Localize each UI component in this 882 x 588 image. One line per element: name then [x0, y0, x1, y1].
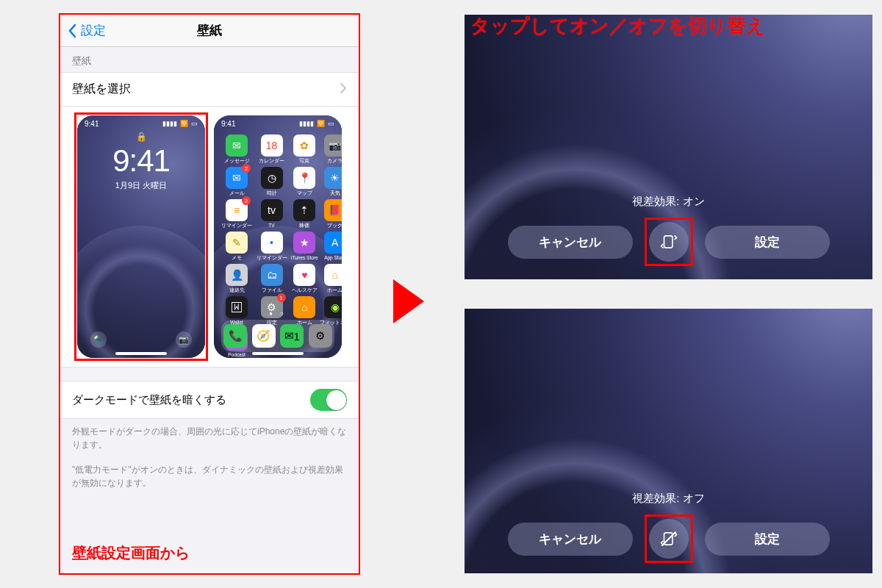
- set-button[interactable]: 設定: [705, 226, 830, 259]
- dark-mode-dim-switch[interactable]: [310, 389, 347, 411]
- app-icon: AApp Store: [320, 232, 342, 262]
- app-icon: ✉メッセージ: [221, 135, 252, 165]
- app-メッセージ: ✉: [226, 135, 248, 157]
- button-row: キャンセル 設定: [508, 222, 830, 262]
- camera-icon: 📷: [176, 331, 192, 348]
- footer-note-1: 外観モードがダークの場合、周囲の光に応じてiPhoneの壁紙が暗くなります。: [60, 419, 359, 457]
- app-icon: 🗂ファイル: [254, 264, 290, 295]
- battery-icon: ▭: [328, 120, 334, 127]
- app-label: 写真: [299, 158, 309, 165]
- choose-wallpaper-row[interactable]: 壁紙を選択: [60, 72, 359, 107]
- dock: 📞🧭✉1⚙: [221, 320, 334, 352]
- app-label: ブック: [327, 223, 342, 229]
- parallax-toggle-button[interactable]: [649, 222, 689, 262]
- cancel-button[interactable]: キャンセル: [508, 523, 633, 556]
- app-メモ: ✎: [226, 232, 248, 254]
- app-リマインダー: •: [261, 232, 283, 254]
- parallax-status-label: 視差効果: オフ: [632, 492, 704, 506]
- lock-screen-preview: 9:41 ▮▮▮▮ 🛜 ▭ 🔒 9:41 1月9日 火曜日 🔦 📷: [77, 115, 205, 358]
- lock-time: 9:41: [112, 143, 170, 179]
- lock-screen-preview-wrap[interactable]: 9:41 ▮▮▮▮ 🛜 ▭ 🔒 9:41 1月9日 火曜日 🔦 📷: [77, 115, 205, 358]
- section-header: 壁紙: [60, 47, 359, 72]
- app-label: リマインダー: [257, 255, 287, 262]
- app-ヘルスケア: ♥: [293, 264, 315, 286]
- preview-controls: 視差効果: オフ キャンセル 設定: [465, 309, 872, 573]
- app-icon: ★iTunes Store: [291, 232, 318, 262]
- app-icon: ◷時計: [254, 167, 290, 198]
- app-カレンダー: 18: [261, 135, 283, 157]
- app-ホーム: ⌂: [324, 264, 342, 286]
- dock-app: 🧭: [252, 324, 276, 348]
- lock-date: 1月9日 火曜日: [115, 180, 167, 191]
- app-icon: ☀天気: [320, 167, 342, 198]
- arrow-icon: [393, 279, 424, 323]
- footer-note-2: "低電力モード"がオンのときは、ダイナミックの壁紙および視差効果が無効になります…: [60, 457, 359, 495]
- app-label: TV: [268, 223, 274, 228]
- badge: 1: [277, 293, 286, 302]
- app-ファイル: 🗂: [261, 264, 283, 286]
- app-label: リマインダー: [221, 223, 252, 229]
- annotation-highlight: [645, 514, 693, 563]
- app-iTunes Store: ★: [293, 232, 315, 254]
- badge: 2: [242, 164, 251, 173]
- wallpaper-previews: 9:41 ▮▮▮▮ 🛜 ▭ 🔒 9:41 1月9日 火曜日 🔦 📷: [60, 107, 359, 368]
- app-label: Podcast: [228, 352, 245, 357]
- app-天気: ☀: [324, 167, 342, 189]
- status-right: ▮▮▮▮ 🛜 ▭: [299, 120, 334, 127]
- lock-icon: 🔒: [136, 132, 147, 142]
- app-label: メモ: [232, 255, 242, 262]
- app-label: 天気: [330, 190, 340, 197]
- app-マップ: 📍: [293, 167, 315, 189]
- app-icon: ✿写真: [291, 135, 318, 165]
- app-icon: ✉2メール: [221, 167, 252, 198]
- home-screen-preview: 9:41 ▮▮▮▮ 🛜 ▭ ✉メッセージ18カレンダー✿写真📷カメラ✉2メール◷…: [214, 115, 342, 358]
- app-label: ヘルスケア: [292, 287, 318, 294]
- page-dots: ● ○: [214, 310, 342, 317]
- home-indicator: [115, 352, 167, 355]
- cancel-button[interactable]: キャンセル: [508, 226, 633, 259]
- app-label: マップ: [297, 190, 312, 197]
- caption-left: 壁紙設定画面から: [72, 543, 190, 563]
- parallax-toggle-button[interactable]: [649, 519, 689, 559]
- app-icon: 📷カメラ: [320, 135, 342, 165]
- app-icon: ✎メモ: [221, 232, 252, 262]
- app-label: 連絡先: [229, 287, 245, 294]
- choose-wallpaper-label: 壁紙を選択: [72, 82, 131, 97]
- app-メール: ✉2: [226, 167, 248, 189]
- lock-content: 🔒 9:41 1月9日 火曜日: [77, 115, 205, 358]
- app-ブック: 📕: [324, 199, 342, 221]
- set-button[interactable]: 設定: [705, 523, 830, 556]
- app-icon: ♥ヘルスケア: [291, 264, 318, 295]
- button-row: キャンセル 設定: [508, 519, 830, 559]
- app-株価: ⇡: [293, 199, 315, 221]
- app-label: 株価: [299, 223, 309, 229]
- wifi-icon: 🛜: [317, 120, 325, 127]
- app-連絡先: 👤: [226, 264, 248, 286]
- parallax-preview-on: 視差効果: オン キャンセル 設定: [465, 15, 872, 279]
- app-icon: 18カレンダー: [254, 135, 290, 165]
- app-label: ファイル: [262, 287, 282, 294]
- nav-bar: 設定 壁紙: [60, 15, 359, 47]
- home-indicator: [252, 352, 304, 355]
- badge: 1: [294, 330, 300, 343]
- status-time: 9:41: [221, 120, 235, 128]
- app-icon: 📍マップ: [291, 167, 318, 198]
- dark-mode-dim-row: ダークモードで壁紙を暗くする: [60, 381, 359, 419]
- app-label: カメラ: [327, 158, 342, 165]
- badge: 2: [242, 196, 251, 205]
- wallpaper-settings-screen: 設定 壁紙 壁紙 壁紙を選択 9:41 ▮▮▮▮ 🛜 ▭ 🔒 9:: [59, 13, 360, 575]
- dock-app: 📞: [223, 324, 247, 348]
- nav-title: 壁紙: [60, 22, 359, 39]
- app-TV: tv: [261, 199, 283, 221]
- app-icon: 📕ブック: [320, 199, 342, 230]
- app-icon: ≡2リマインダー: [221, 199, 252, 230]
- app-写真: ✿: [293, 135, 315, 157]
- app-App Store: A: [324, 232, 342, 254]
- app-icon: tvTV: [254, 199, 290, 230]
- app-icon: •リマインダー: [254, 232, 290, 262]
- home-screen-preview-wrap[interactable]: 9:41 ▮▮▮▮ 🛜 ▭ ✉メッセージ18カレンダー✿写真📷カメラ✉2メール◷…: [214, 115, 342, 358]
- app-icon: 👤連絡先: [221, 264, 252, 295]
- dock-app: ✉1: [280, 324, 304, 348]
- app-label: iTunes Store: [291, 255, 318, 260]
- app-カメラ: 📷: [324, 135, 342, 157]
